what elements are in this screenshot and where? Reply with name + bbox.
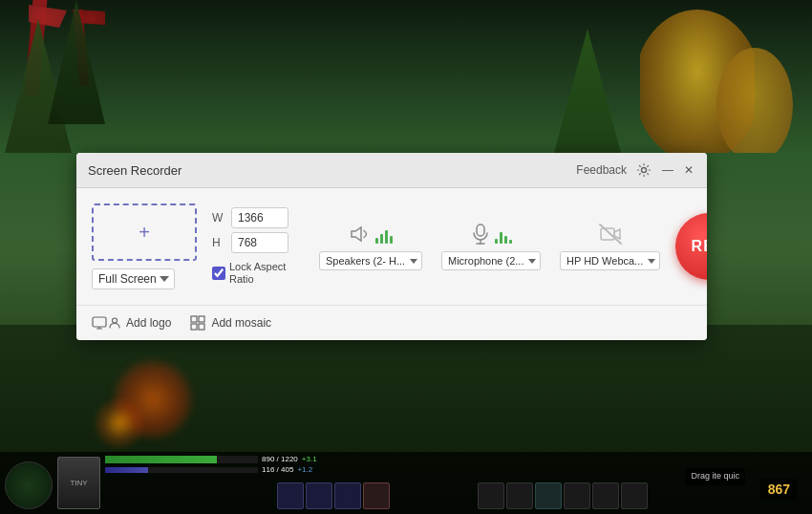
lock-aspect-checkbox[interactable] <box>212 267 225 280</box>
fire-glow <box>96 399 143 447</box>
hero-portrait: TINY <box>57 457 100 509</box>
recorder-dialog: Screen Recorder Feedback — ✕ + Full Scre… <box>76 153 707 340</box>
mana-regen: +1.2 <box>297 465 312 474</box>
person-icon <box>109 317 120 329</box>
speakers-level-bars <box>375 225 393 244</box>
skill-w <box>306 482 332 509</box>
speaker-icon <box>349 223 372 246</box>
width-row: W <box>212 207 288 228</box>
height-row: H <box>212 232 288 253</box>
mana-row: 116 / 405 +1.2 <box>105 465 317 474</box>
webcam-icon <box>598 223 623 246</box>
feedback-link[interactable]: Feedback <box>576 163 627 177</box>
svg-rect-15 <box>199 324 204 330</box>
height-input[interactable] <box>231 232 288 253</box>
item-1 <box>478 482 504 509</box>
hero-stats: 890 / 1220 +3.1 116 / 405 +1.2 <box>105 455 317 474</box>
item-5 <box>592 482 619 509</box>
svg-rect-14 <box>191 324 197 330</box>
bar-3 <box>385 230 388 244</box>
skill-e <box>334 482 361 509</box>
skill-q <box>277 482 304 509</box>
add-mosaic-label: Add mosaic <box>211 316 271 330</box>
dialog-titlebar: Screen Recorder Feedback — ✕ <box>76 153 707 188</box>
dialog-title: Screen Recorder <box>88 163 182 178</box>
health-regen: +3.1 <box>302 455 317 463</box>
add-logo-button[interactable]: Add logo <box>92 315 171 331</box>
hud-bar: TINY 890 / 1220 +3.1 116 / 405 +1.2 <box>0 452 812 514</box>
settings-icon <box>636 162 652 178</box>
microphone-device: Microphone (2... <box>441 223 541 270</box>
health-value: 890 / 1220 <box>262 455 298 463</box>
item-slots <box>478 482 648 509</box>
health-row: 890 / 1220 +3.1 <box>105 455 317 463</box>
item-3 <box>535 482 562 509</box>
speakers-device: Speakers (2- H... <box>319 223 422 270</box>
width-input[interactable] <box>231 207 288 228</box>
mana-bar-bg <box>105 467 258 473</box>
speakers-select[interactable]: Speakers (2- H... <box>319 251 422 270</box>
tree-yellow-small <box>716 48 793 162</box>
svg-rect-8 <box>93 317 106 327</box>
minimap <box>5 461 53 509</box>
microphone-level-bars <box>495 225 512 244</box>
svg-rect-13 <box>199 316 204 322</box>
svg-marker-1 <box>352 227 361 241</box>
close-button[interactable]: ✕ <box>682 163 695 177</box>
minimize-button[interactable]: — <box>661 163 674 177</box>
mana-value: 116 / 405 <box>262 465 293 474</box>
rec-label: REC <box>692 238 707 255</box>
width-label: W <box>212 211 225 225</box>
microphone-select[interactable]: Microphone (2... <box>441 251 541 270</box>
screen-selector: + Full Screen Window Region <box>92 203 197 289</box>
svg-point-11 <box>113 318 118 323</box>
skill-icons <box>277 482 390 509</box>
skill-r <box>363 482 390 509</box>
dialog-controls: Feedback — ✕ <box>576 161 695 180</box>
webcam-device: HP HD Webca... <box>560 223 660 270</box>
screen-icon <box>92 316 107 330</box>
health-bar-bg <box>105 456 258 463</box>
mana-fill <box>105 467 148 473</box>
settings-button[interactable] <box>634 161 653 180</box>
screen-mode-select: Full Screen Window Region <box>92 268 175 289</box>
lock-aspect-label: Lock AspectRatio <box>229 261 286 286</box>
mosaic-icon <box>190 315 205 331</box>
screen-preview-plus-icon: + <box>139 223 150 242</box>
mic-bar-2 <box>500 232 502 244</box>
lock-aspect-row: Lock AspectRatio <box>212 261 288 286</box>
svg-rect-5 <box>601 228 614 240</box>
dialog-body: + Full Screen Window Region W H <box>76 188 707 305</box>
webcam-select[interactable]: HP HD Webca... <box>560 251 660 270</box>
audio-section: Speakers (2- H... <box>319 223 660 270</box>
hero-name-hud: TINY <box>70 479 87 487</box>
rec-button[interactable]: REC <box>675 213 707 280</box>
item-2 <box>506 482 533 509</box>
add-mosaic-button[interactable]: Add mosaic <box>190 315 271 331</box>
svg-point-0 <box>642 168 647 173</box>
mic-bar-3 <box>504 236 507 244</box>
svg-rect-12 <box>191 316 197 322</box>
drag-tip: Drag ite quic <box>685 468 745 485</box>
microphone-icon-row <box>470 223 512 246</box>
item-6 <box>621 482 648 509</box>
gold-display: 867 <box>760 479 798 500</box>
add-logo-label: Add logo <box>126 316 171 330</box>
dimension-inputs: W H Lock AspectRatio <box>212 207 288 286</box>
screen-mode-dropdown[interactable]: Full Screen Window Region <box>92 268 175 289</box>
screen-preview-button[interactable]: + <box>92 203 197 261</box>
svg-line-7 <box>600 225 621 244</box>
height-label: H <box>212 236 225 249</box>
svg-rect-2 <box>477 225 484 236</box>
microphone-icon <box>470 223 491 246</box>
bar-1 <box>375 238 378 244</box>
speakers-icon-row <box>349 223 393 246</box>
mic-bar-4 <box>509 240 512 244</box>
webcam-icon-row <box>598 223 623 246</box>
bar-2 <box>380 234 383 244</box>
mic-bar-1 <box>495 239 498 244</box>
dialog-toolbar: Add logo Add mosaic <box>76 305 707 340</box>
item-4 <box>564 482 590 509</box>
health-fill <box>105 456 217 463</box>
bar-4 <box>390 236 393 244</box>
